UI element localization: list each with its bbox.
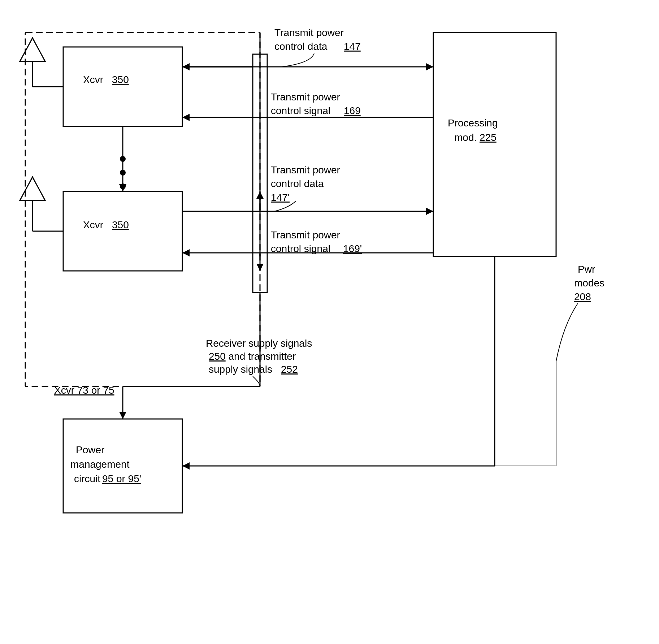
diagram-container: Xcvr 350 Xcvr 350 Processing mod. 225 Po…	[0, 0, 659, 644]
label-receiver-supply-ref252: 252	[281, 364, 298, 375]
xcvr-box-1	[63, 47, 182, 126]
arrow8-head	[182, 462, 190, 470]
label-tpc-data-147-ref: 147	[344, 41, 361, 52]
arrow6-head	[256, 264, 264, 271]
label-tpc-signal-169-ref: 169	[344, 105, 361, 116]
label-tpc-signal-169p-ref: 169'	[343, 243, 362, 254]
xcvr1-ref: 350	[112, 74, 129, 85]
xcvr2-ref: 350	[112, 219, 129, 230]
label-tpc-signal-169p-line2: control signal	[271, 243, 330, 254]
arrow2-head	[182, 114, 190, 121]
processing-box	[433, 33, 556, 256]
label-tpc-data-147-line1: Transmit power	[274, 27, 344, 38]
arrow-xcvr1-data	[182, 63, 190, 70]
power-label1: Power	[76, 444, 104, 455]
processing-ref: 225	[480, 132, 497, 143]
power-label3: circuit	[74, 473, 100, 484]
arrow7-head	[119, 412, 126, 419]
arrow1-head	[426, 63, 433, 70]
label-xcvr-73-75: Xcvr 73 or 75	[54, 385, 114, 396]
xcvr-box-2	[63, 191, 182, 271]
processing-label1: Processing	[448, 117, 498, 129]
label-receiver-supply-line1: Receiver supply signals	[206, 338, 312, 349]
arrow9-head	[119, 184, 126, 191]
dashed-box	[25, 33, 260, 386]
label-pwr-modes-ref: 208	[574, 291, 591, 302]
label-tpc-data-147p-line2: control data	[271, 178, 324, 189]
label-tpc-signal-169-line2: control signal	[271, 105, 330, 116]
svg-marker-0	[20, 38, 45, 61]
antenna-1	[20, 38, 63, 87]
label-tpc-data-147p-line1: Transmit power	[271, 164, 340, 176]
antenna-2	[20, 177, 63, 231]
xcvr2-label: Xcvr	[83, 219, 103, 230]
label-receiver-supply-ref250: 250 and transmitter	[209, 351, 296, 362]
arrow5-head	[256, 191, 264, 199]
power-ref: 95 or 95'	[102, 473, 141, 484]
label-pwr-modes-line1: Pwr	[578, 264, 595, 275]
label-pwr-modes-line2: modes	[574, 277, 604, 289]
label-receiver-supply-line3: supply signals	[209, 364, 272, 375]
arrow4-head	[182, 249, 190, 256]
xcvr1-label: Xcvr	[83, 74, 103, 85]
svg-marker-3	[20, 177, 45, 200]
arrow3-head	[426, 208, 433, 215]
label-tpc-data-147p-ref: 147'	[271, 192, 290, 203]
label-tpc-data-147-line2: control data	[274, 41, 328, 52]
label-tpc-signal-169p-line1: Transmit power	[271, 229, 340, 241]
label-tpc-signal-169-line1: Transmit power	[271, 91, 340, 103]
processing-label2: mod.	[454, 132, 477, 143]
power-label2: management	[70, 459, 130, 470]
